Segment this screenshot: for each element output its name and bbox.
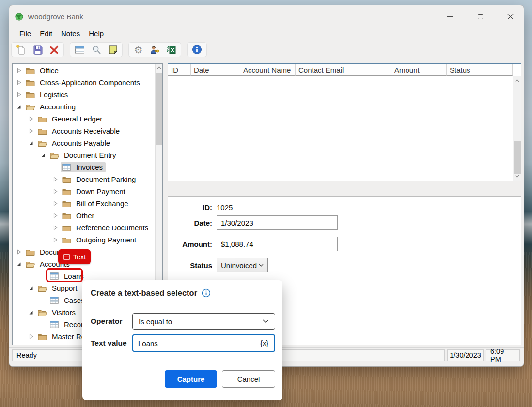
operator-dropdown[interactable]: Is equal to — [132, 313, 275, 330]
grid-scroll-thumb[interactable] — [514, 141, 521, 174]
tree-expanded-arrow-icon[interactable] — [28, 310, 34, 315]
date-field[interactable] — [217, 215, 338, 230]
tree-item-other[interactable]: Other — [13, 210, 155, 222]
tree-item-reference-documents[interactable]: Reference Documents — [13, 222, 155, 234]
tree-collapsed-arrow-icon[interactable] — [52, 189, 59, 194]
menu-notes[interactable]: Notes — [57, 29, 84, 39]
toolbar-group — [70, 42, 123, 57]
tree-collapsed-arrow-icon[interactable] — [28, 128, 34, 134]
folder-open-icon — [37, 285, 47, 292]
folder-closed-icon — [62, 176, 71, 183]
desktop-wallpaper: Woodgrove Bank FileEditNotesHelp ⚙ Offic… — [0, 0, 532, 407]
tree-expanded-arrow-icon[interactable] — [16, 105, 22, 109]
tree-expanded-arrow-icon[interactable] — [40, 153, 47, 158]
cancel-button[interactable]: Cancel — [222, 370, 275, 388]
capture-button[interactable]: Capture — [165, 370, 217, 388]
tree-collapsed-arrow-icon[interactable] — [52, 225, 59, 230]
tree-collapsed-arrow-icon[interactable] — [16, 92, 22, 97]
element-type-badge-label: Text — [73, 253, 86, 261]
tree-item-content: General Ledger — [36, 114, 105, 124]
column-header-contact-email[interactable]: Contact Email — [296, 64, 391, 76]
tree-item-accounts-receivable[interactable]: Accounts Receivable — [13, 125, 155, 137]
tree-collapsed-arrow-icon[interactable] — [52, 213, 59, 218]
tree-collapsed-arrow-icon[interactable] — [28, 116, 34, 121]
column-header-id[interactable]: ID — [168, 64, 191, 76]
tree-collapsed-arrow-icon[interactable] — [16, 68, 22, 73]
tree-scroll-thumb[interactable] — [156, 73, 162, 145]
save-icon[interactable] — [32, 45, 43, 55]
column-header-date[interactable]: Date — [191, 64, 240, 76]
menubar: FileEditNotesHelp — [9, 28, 524, 41]
variable-picker-button[interactable]: {x} — [259, 339, 269, 347]
tree-item-bill-of-exchange[interactable]: Bill of Exchange — [13, 197, 155, 210]
tree-item-content: Reference Documents — [61, 223, 151, 233]
tree-expanded-arrow-icon[interactable] — [28, 141, 34, 146]
folder-open-icon — [25, 260, 35, 268]
tree-collapsed-arrow-icon[interactable] — [52, 237, 59, 242]
tree-expanded-arrow-icon[interactable] — [28, 286, 34, 291]
status-dropdown[interactable]: Uninvoiced — [217, 258, 268, 272]
tree-item-invoices[interactable]: Invoices — [13, 161, 155, 173]
tree-collapsed-arrow-icon[interactable] — [52, 177, 59, 182]
column-header-amount[interactable]: Amount — [391, 64, 447, 76]
user-permissions-icon[interactable] — [150, 45, 160, 55]
operator-dropdown-value: Is equal to — [139, 317, 172, 326]
menu-edit[interactable]: Edit — [35, 29, 57, 39]
column-header-status[interactable]: Status — [447, 64, 494, 76]
tree-item-content: Document Entry — [48, 150, 119, 160]
element-highlight-box — [46, 268, 83, 282]
tree-item-label: Cross-Application Components — [38, 78, 142, 87]
export-excel-icon[interactable] — [166, 45, 176, 55]
column-header-account-name[interactable]: Account Name — [240, 64, 296, 76]
tree-item-logistics[interactable]: Logistics — [13, 89, 155, 101]
tree-collapsed-arrow-icon[interactable] — [16, 249, 22, 255]
element-type-badge: Text — [58, 249, 91, 264]
grid-scroll-up-icon[interactable] — [513, 77, 521, 85]
invoices-grid: IDDateAccount NameContact EmailAmountSta… — [168, 63, 521, 181]
folder-open-icon — [25, 103, 35, 111]
tree-item-label: General Ledger — [50, 114, 104, 123]
tree-item-document-entry[interactable]: Document Entry — [13, 149, 155, 161]
tree-item-office[interactable]: Office — [13, 64, 155, 76]
maximize-button[interactable] — [473, 10, 487, 23]
tree-scroll-up-icon[interactable] — [156, 64, 163, 72]
toolbar-group — [187, 42, 207, 57]
titlebar: Woodgrove Bank — [9, 5, 524, 28]
tree-item-accounting[interactable]: Accounting — [13, 101, 155, 113]
folder-closed-icon — [25, 67, 35, 75]
tree-item-content: Accounting — [24, 102, 78, 112]
tree-collapsed-arrow-icon[interactable] — [16, 80, 22, 85]
menu-help[interactable]: Help — [84, 29, 108, 39]
settings-icon[interactable]: ⚙ — [133, 45, 143, 55]
tree-item-cross-application-components[interactable]: Cross-Application Components — [13, 76, 155, 89]
search-icon[interactable] — [91, 45, 101, 55]
table-view-icon[interactable] — [75, 45, 85, 55]
new-document-icon[interactable] — [16, 45, 26, 55]
amount-field[interactable] — [217, 237, 338, 251]
tree-item-label: Accounts Receivable — [50, 126, 122, 136]
tree-expanded-arrow-icon[interactable] — [16, 262, 22, 267]
tree-item-down-payment[interactable]: Down Payment — [13, 185, 155, 197]
column-header-blank[interactable] — [494, 64, 513, 76]
grid-scrollbar[interactable] — [513, 76, 521, 181]
tree-item-label: Visitors — [50, 308, 78, 317]
text-value-input[interactable] — [138, 339, 259, 347]
tree-item-label: Bill of Exchange — [74, 199, 130, 208]
grid-scroll-down-icon[interactable] — [513, 172, 521, 180]
delete-icon[interactable] — [49, 45, 59, 55]
info-icon[interactable] — [192, 45, 202, 55]
tree-item-content: Other — [61, 211, 97, 221]
tree-collapsed-arrow-icon[interactable] — [52, 201, 59, 206]
note-icon[interactable] — [108, 45, 118, 55]
close-button[interactable] — [503, 10, 517, 23]
tree-item-general-ledger[interactable]: General Ledger — [13, 113, 155, 125]
chevron-down-icon — [263, 319, 269, 323]
info-icon[interactable] — [202, 288, 211, 298]
tree-item-document-parking[interactable]: Document Parking — [13, 173, 155, 185]
minimize-button[interactable] — [443, 10, 457, 23]
tree-collapsed-arrow-icon[interactable] — [28, 334, 34, 339]
menu-file[interactable]: File — [15, 29, 35, 39]
tree-item-accounts-payable[interactable]: Accounts Payable — [13, 137, 155, 149]
dialog-title: Create a text-based selector — [91, 288, 197, 298]
tree-item-outgoing-payment[interactable]: Outgoing Payment — [13, 234, 155, 246]
